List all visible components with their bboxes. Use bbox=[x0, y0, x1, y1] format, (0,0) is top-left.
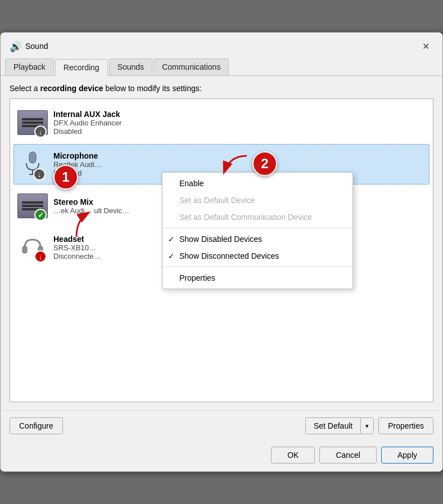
ctx-properties[interactable]: Properties bbox=[162, 269, 352, 286]
annotation-2: 2 bbox=[252, 151, 277, 176]
device-status-aux: Disabled bbox=[53, 127, 426, 136]
title-bar-left: 🔊 Sound bbox=[10, 40, 48, 52]
tab-communications[interactable]: Communications bbox=[153, 58, 229, 75]
ctx-set-comm-device: Set as Default Communication Device bbox=[162, 209, 352, 226]
set-default-group: Set Default ▾ bbox=[305, 417, 374, 434]
title-bar: 🔊 Sound ✕ bbox=[1, 33, 442, 54]
bottom-toolbar: Configure Set Default ▾ Properties bbox=[1, 410, 442, 441]
ctx-show-disabled[interactable]: ✓ Show Disabled Devices bbox=[162, 231, 352, 248]
tab-playback[interactable]: Playback bbox=[5, 58, 54, 75]
device-info-aux: Internal AUX Jack DFX Audio Enhancer Dis… bbox=[53, 110, 426, 136]
ctx-properties-label: Properties bbox=[179, 273, 215, 282]
apply-button[interactable]: Apply bbox=[381, 447, 433, 464]
ctx-set-default-device: Set as Default Device bbox=[162, 192, 352, 209]
instruction-text: Select a recording device below to modif… bbox=[10, 84, 433, 93]
window-title: Sound bbox=[25, 42, 48, 51]
properties-button[interactable]: Properties bbox=[378, 417, 433, 434]
close-button[interactable]: ✕ bbox=[418, 38, 433, 54]
device-item-aux[interactable]: ↓ Internal AUX Jack DFX Audio Enhancer D… bbox=[13, 102, 430, 143]
tab-sounds[interactable]: Sounds bbox=[109, 58, 152, 75]
ctx-check-disabled: ✓ bbox=[168, 235, 174, 244]
device-name-aux: Internal AUX Jack bbox=[53, 110, 426, 119]
ctx-show-disabled-label: Show Disabled Devices bbox=[179, 235, 262, 244]
device-icon-mic: ↓ bbox=[17, 149, 48, 179]
badge-headset: ↓ bbox=[34, 250, 47, 263]
ctx-show-disconnected[interactable]: ✓ Show Disconnected Devices bbox=[162, 248, 352, 264]
set-default-dropdown[interactable]: ▾ bbox=[360, 418, 373, 434]
cancel-button[interactable]: Cancel bbox=[319, 447, 377, 464]
sound-dialog: 🔊 Sound ✕ Playback Recording Sounds Comm… bbox=[0, 32, 443, 472]
device-icon-stereo: ✓ bbox=[17, 191, 48, 221]
tab-bar: Playback Recording Sounds Communications bbox=[1, 54, 442, 76]
tab-recording[interactable]: Recording bbox=[55, 59, 108, 76]
configure-button[interactable]: Configure bbox=[10, 417, 63, 434]
arrow-1 bbox=[71, 209, 105, 240]
ctx-check-disconnected: ✓ bbox=[168, 252, 174, 260]
badge-aux: ↓ bbox=[34, 125, 47, 138]
badge-stereo: ✓ bbox=[34, 209, 47, 221]
arrow-2 bbox=[219, 151, 252, 179]
device-list[interactable]: ↓ Internal AUX Jack DFX Audio Enhancer D… bbox=[10, 98, 433, 402]
ctx-separator-1 bbox=[162, 228, 352, 228]
dialog-footer: OK Cancel Apply bbox=[1, 441, 442, 471]
device-icon-aux: ↓ bbox=[17, 107, 48, 138]
context-menu: Enable Set as Default Device Set as Defa… bbox=[162, 172, 353, 289]
ctx-enable-label: Enable bbox=[179, 179, 204, 188]
set-default-button[interactable]: Set Default bbox=[306, 418, 360, 434]
annotation-1: 1 bbox=[53, 165, 78, 190]
ctx-enable[interactable]: Enable bbox=[162, 175, 352, 192]
annotation-2-wrap: 2 bbox=[230, 151, 255, 176]
device-icon-headset: ↓ bbox=[17, 232, 48, 263]
ok-button[interactable]: OK bbox=[271, 447, 315, 464]
ctx-show-disconnected-label: Show Disconnected Devices bbox=[179, 251, 279, 260]
svg-rect-0 bbox=[29, 152, 36, 163]
device-sub-aux: DFX Audio Enhancer bbox=[53, 119, 426, 127]
ctx-separator-2 bbox=[162, 267, 352, 267]
sound-icon: 🔊 bbox=[10, 40, 21, 52]
right-buttons: Set Default ▾ Properties bbox=[305, 417, 433, 434]
main-content: Select a recording device below to modif… bbox=[1, 76, 442, 410]
badge-mic: ↓ bbox=[33, 168, 46, 181]
ctx-set-comm-label: Set as Default Communication Device bbox=[179, 213, 312, 222]
svg-rect-3 bbox=[22, 246, 27, 253]
ctx-set-default-label: Set as Default Device bbox=[179, 196, 255, 205]
